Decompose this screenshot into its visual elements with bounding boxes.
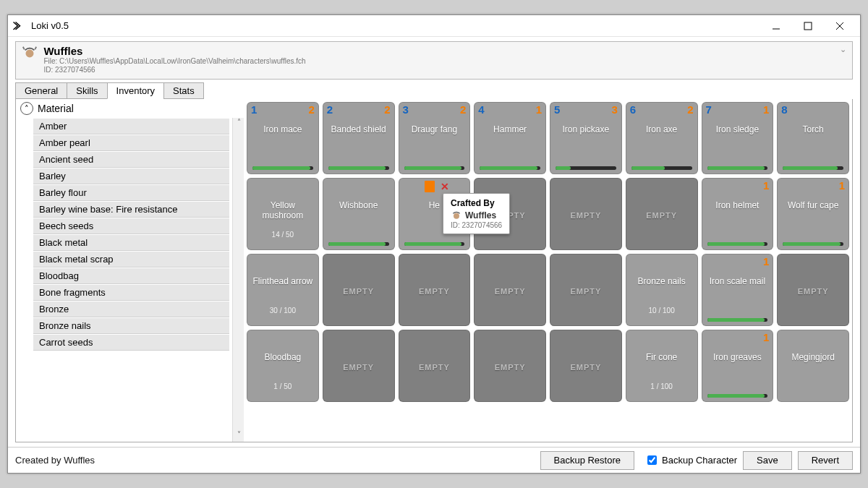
- durability-bar: [404, 166, 465, 170]
- list-item[interactable]: Beech seeds: [33, 218, 229, 234]
- list-item[interactable]: Barley wine base: Fire resistance: [33, 202, 229, 218]
- item-name: Banded shield: [330, 125, 388, 135]
- list-item[interactable]: Bronze nails: [33, 318, 229, 334]
- svg-rect-1: [804, 22, 812, 30]
- item-name: Iron sledge: [715, 125, 760, 135]
- material-list: AmberAmber pearlAncient seedBarleyBarley…: [16, 118, 232, 442]
- inventory-slot[interactable]: 32Draugr fang: [399, 102, 471, 174]
- inventory-slot[interactable]: 8Torch: [777, 102, 849, 174]
- backup-character-checkbox[interactable]: Backup Character: [644, 453, 737, 467]
- inventory-slot[interactable]: 1Iron greaves: [702, 330, 774, 402]
- list-item[interactable]: Black metal: [33, 235, 229, 251]
- inventory-slot-empty[interactable]: EMPTY: [474, 254, 546, 326]
- inventory-slot-empty[interactable]: EMPTY: [550, 254, 622, 326]
- item-name: EMPTY: [341, 363, 375, 372]
- inventory-slot[interactable]: 1Iron scale mail: [702, 254, 774, 326]
- inventory-slot[interactable]: 53Iron pickaxe: [550, 102, 622, 174]
- content: ˄ Material AmberAmber pearlAncient seedB…: [15, 99, 853, 442]
- svg-point-5: [454, 213, 459, 219]
- quality-badge: 1: [839, 179, 845, 192]
- inventory-slot[interactable]: 12Iron mace: [247, 102, 319, 174]
- inventory-slot[interactable]: 71Iron sledge: [702, 102, 774, 174]
- durability-bar: [783, 242, 843, 246]
- chevron-down-icon[interactable]: ⌄: [840, 45, 846, 54]
- list-item[interactable]: Black metal scrap: [33, 252, 229, 267]
- inventory-slot-empty[interactable]: EMPTY: [550, 330, 622, 402]
- inventory-slot[interactable]: Fir cone1 / 100: [626, 330, 698, 402]
- item-name: Iron axe: [644, 125, 678, 135]
- list-item[interactable]: Bronze: [33, 301, 229, 317]
- inventory-slot-empty[interactable]: EMPTY: [550, 178, 622, 250]
- revert-button[interactable]: Revert: [798, 451, 853, 470]
- accordion-label: Material: [38, 103, 74, 114]
- list-item[interactable]: Bone fragments: [33, 285, 229, 301]
- inventory-slot[interactable]: Flinthead arrow30 / 100: [247, 254, 319, 326]
- footer: Created by Wuffles Backup Restore Backup…: [8, 447, 860, 473]
- list-item[interactable]: Barley flour: [33, 185, 229, 201]
- inventory-slot[interactable]: 1Iron helmet: [702, 178, 774, 250]
- durability-bar: [328, 166, 389, 170]
- inventory-slot-empty[interactable]: EMPTY: [323, 254, 395, 326]
- inventory-slot[interactable]: Yellow mushroom14 / 50: [247, 178, 319, 250]
- backup-character-input[interactable]: [647, 455, 657, 465]
- durability-bar: [556, 166, 616, 170]
- inventory-slot[interactable]: Wishbone: [323, 178, 395, 250]
- character-panel[interactable]: Wuffles File: C:\Users\Wuffles\AppData\L…: [15, 41, 853, 80]
- item-name: EMPTY: [644, 211, 678, 221]
- durability-bar: [631, 166, 692, 170]
- inventory-slot[interactable]: 62Iron axe: [626, 102, 698, 174]
- accordion-material[interactable]: ˄ Material: [16, 99, 244, 118]
- tab-inventory[interactable]: Inventory: [107, 82, 164, 99]
- tab-stats[interactable]: Stats: [163, 82, 204, 99]
- durability-bar: [783, 166, 843, 170]
- list-item[interactable]: Barley: [33, 168, 229, 184]
- tab-skills[interactable]: Skills: [67, 82, 107, 99]
- item-name: Bloodbag: [263, 353, 303, 363]
- backup-restore-button[interactable]: Backup Restore: [540, 451, 635, 470]
- maximize-button[interactable]: [792, 15, 824, 37]
- item-name: EMPTY: [417, 363, 451, 372]
- durability-bar: [328, 242, 389, 246]
- save-button[interactable]: Save: [743, 451, 792, 470]
- tab-general[interactable]: General: [15, 82, 67, 99]
- inventory-slot[interactable]: Bronze nails10 / 100: [626, 254, 698, 326]
- durability-bar: [480, 166, 540, 170]
- item-name: EMPTY: [341, 287, 375, 296]
- inventory-slot[interactable]: 41Hammer: [474, 102, 546, 174]
- item-name: Iron scale mail: [708, 277, 767, 287]
- item-name: Iron mace: [262, 125, 303, 135]
- hotbar-number: 2: [327, 103, 333, 116]
- inventory-slot-empty[interactable]: EMPTY: [626, 178, 698, 250]
- quality-badge: 2: [687, 103, 693, 116]
- inventory-slot[interactable]: 1Wolf fur cape: [777, 178, 849, 250]
- inventory-slot-empty[interactable]: EMPTY: [777, 254, 849, 326]
- inventory-slot[interactable]: Bloodbag1 / 50: [247, 330, 319, 402]
- item-name: Flinthead arrow: [252, 277, 315, 287]
- inventory-slot-empty[interactable]: EMPTY: [399, 254, 471, 326]
- inventory-slot-empty[interactable]: EMPTY: [399, 330, 471, 402]
- close-button[interactable]: [824, 15, 856, 37]
- item-name: Iron greaves: [712, 353, 763, 363]
- inventory-slot-empty[interactable]: EMPTY: [474, 330, 546, 402]
- tooltip-crafter: Wuffles: [465, 210, 496, 221]
- quality-badge: 1: [763, 255, 769, 267]
- inventory-slot[interactable]: Megingjord: [777, 330, 849, 402]
- scrollbar[interactable]: ˄ ˅: [232, 118, 244, 442]
- list-item[interactable]: Amber: [33, 119, 229, 134]
- character-file: File: C:\Users\Wuffles\AppData\LocalLow\…: [43, 57, 305, 66]
- stack-count: 1 / 100: [650, 382, 673, 390]
- minimize-button[interactable]: [760, 15, 792, 37]
- crafted-by-tooltip: Crafted By Wuffles ID: 2327074566: [443, 193, 510, 234]
- inventory-slot[interactable]: 22Banded shield: [323, 102, 395, 174]
- svg-point-4: [26, 49, 34, 57]
- list-item[interactable]: Ancient seed: [33, 152, 229, 168]
- quality-badge: 2: [308, 103, 314, 116]
- scroll-up-icon[interactable]: ˄: [233, 118, 244, 129]
- stack-count: 14 / 50: [272, 231, 294, 239]
- list-item[interactable]: Amber pearl: [33, 135, 229, 151]
- list-item[interactable]: Bloodbag: [33, 268, 229, 284]
- item-name: Torch: [801, 125, 825, 135]
- list-item[interactable]: Carrot seeds: [33, 335, 229, 351]
- inventory-slot-empty[interactable]: EMPTY: [323, 330, 395, 402]
- scroll-down-icon[interactable]: ˅: [233, 430, 244, 442]
